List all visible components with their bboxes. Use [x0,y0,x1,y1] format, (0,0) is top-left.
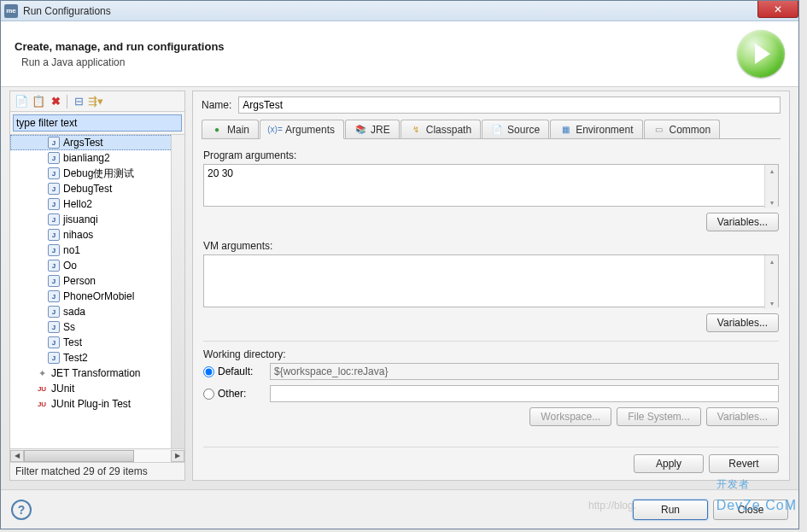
tree-item-jet-transformation[interactable]: ✦JET Transformation [10,365,184,381]
source-tab-icon: 📄 [491,124,503,136]
tab-arguments[interactable]: (x)=Arguments [260,120,344,139]
program-args-variables-button[interactable]: Variables... [706,213,779,231]
help-icon[interactable]: ? [11,500,32,520]
main-tab-icon: ● [211,124,223,136]
scroll-thumb[interactable] [24,450,134,462]
wd-variables-button[interactable]: Variables... [706,407,779,426]
tree-item-argstest[interactable]: JArgsTest [10,135,184,150]
scroll-left-icon[interactable]: ◀ [10,450,24,462]
java-launch-icon: J [48,229,60,241]
wd-other-input[interactable] [270,385,779,402]
tab-label: Common [670,124,711,136]
tree-item-label: JUnit [51,383,74,395]
tree-item-ss[interactable]: JSs [10,319,184,335]
working-dir-label: Working directory: [203,348,779,360]
java-launch-icon: J [48,213,60,225]
tab-common[interactable]: ▭Common [644,120,721,138]
java-launch-icon: J [48,260,60,272]
run-button[interactable]: Run [633,500,708,520]
titlebar: me Run Configurations ✕ [1,1,798,21]
tab-label: Arguments [285,124,335,136]
wd-filesystem-button[interactable]: File System... [617,407,701,426]
tree-item-junit[interactable]: JUJUnit [10,381,184,396]
collapse-all-icon[interactable]: ⊟ [71,94,86,109]
textarea-scrollbar[interactable]: ▴▾ [764,165,778,208]
config-tree[interactable]: JArgsTestJbianliang2JDebug使用测试JDebugTest… [10,134,184,448]
tab-label: Main [227,124,249,136]
apply-button[interactable]: Apply [634,454,704,473]
tab-label: Environment [576,124,633,136]
tree-item-label: no1 [63,244,80,256]
tree-item-label: Ss [63,321,75,333]
tree-item-test[interactable]: JTest [10,335,184,350]
tree-item-junit-plug-in-test[interactable]: JUJUnit Plug-in Test [10,396,184,412]
app-icon: me [4,4,18,18]
wd-default-radio[interactable] [203,366,214,377]
scroll-right-icon[interactable]: ▶ [171,450,184,462]
tab-label: JRE [371,124,390,136]
name-input[interactable] [238,96,781,114]
tree-item-label: ArgsTest [63,137,103,149]
tab-main[interactable]: ●Main [202,120,259,138]
java-launch-icon: J [48,137,60,149]
window-close-button[interactable]: ✕ [757,1,798,18]
tree-item-label: nihaos [63,229,93,241]
sidebar-toolbar: 📄 📋 ✖ ⊟ ⇶▾ [10,91,184,112]
tree-item-debugtest[interactable]: JDebugTest [10,181,184,196]
wd-default-label: Default: [218,365,253,377]
filter-icon[interactable]: ⇶▾ [88,94,103,109]
vm-args-input[interactable] [203,254,779,307]
dialog-header: Create, manage, and run configurations R… [1,21,798,86]
tree-item-no1[interactable]: Jno1 [10,243,184,258]
tree-item-phoneormobiel[interactable]: JPhoneOrMobiel [10,289,184,304]
dialog-content: 📄 📋 ✖ ⊟ ⇶▾ JArgsTestJbianliang2JDebug使用测… [1,86,798,489]
program-args-label: Program arguments: [203,149,779,161]
java-launch-icon: J [48,275,60,287]
tab-environment[interactable]: ▦Environment [550,120,642,138]
tree-item-label: DebugTest [63,183,112,195]
window-title: Run Configurations [23,5,795,17]
tree-item-label: Oo [63,260,77,272]
classpath-tab-icon: ↯ [410,124,422,136]
tree-item-jisuanqi[interactable]: Jjisuanqi [10,212,184,227]
wd-default-value [270,363,779,380]
tree-item-debug使用测试[interactable]: JDebug使用测试 [10,166,184,181]
duplicate-config-icon[interactable]: 📋 [31,94,46,109]
config-sidebar: 📄 📋 ✖ ⊟ ⇶▾ JArgsTestJbianliang2JDebug使用测… [9,91,185,481]
tab-label: Classpath [426,124,471,136]
delete-config-icon[interactable]: ✖ [48,94,63,109]
java-launch-icon: J [48,290,60,302]
tree-item-label: sada [63,306,85,318]
tab-source[interactable]: 📄Source [482,120,549,138]
tab-jre[interactable]: 📚JRE [345,120,400,138]
tree-item-bianliang2[interactable]: Jbianliang2 [10,150,184,166]
dialog-heading: Create, manage, and run configurations [15,40,737,53]
vm-args-variables-button[interactable]: Variables... [706,313,779,332]
filter-input[interactable] [13,114,182,132]
tree-item-label: PhoneOrMobiel [63,290,134,302]
java-launch-icon: J [48,198,60,210]
textarea-scrollbar[interactable]: ▴▾ [764,255,778,309]
tree-item-label: bianliang2 [63,152,110,164]
wd-other-radio[interactable] [203,389,214,400]
junit-icon: JU [36,383,48,395]
tab-bar: ●Main(x)=Arguments📚JRE↯Classpath📄Source▦… [202,119,781,139]
environment-tab-icon: ▦ [559,124,571,136]
wd-workspace-button[interactable]: Workspace... [529,407,611,426]
horizontal-scrollbar[interactable]: ◀ ▶ [10,448,184,462]
tree-item-label: JUnit Plug-in Test [51,398,131,410]
tree-item-oo[interactable]: JOo [10,258,184,273]
revert-button[interactable]: Revert [709,454,779,473]
java-launch-icon: J [48,336,60,348]
tree-item-hello2[interactable]: JHello2 [10,196,184,212]
tree-item-test2[interactable]: JTest2 [10,350,184,365]
tree-item-label: Debug使用测试 [63,167,134,181]
new-config-icon[interactable]: 📄 [14,94,29,109]
java-launch-icon: J [48,352,60,364]
tab-classpath[interactable]: ↯Classpath [401,120,481,138]
tree-item-person[interactable]: JPerson [10,273,184,289]
program-args-input[interactable]: 20 30 [203,164,779,207]
tree-item-sada[interactable]: Jsada [10,304,184,319]
close-button[interactable]: Close [713,500,788,520]
tree-item-nihaos[interactable]: Jnihaos [10,227,184,243]
